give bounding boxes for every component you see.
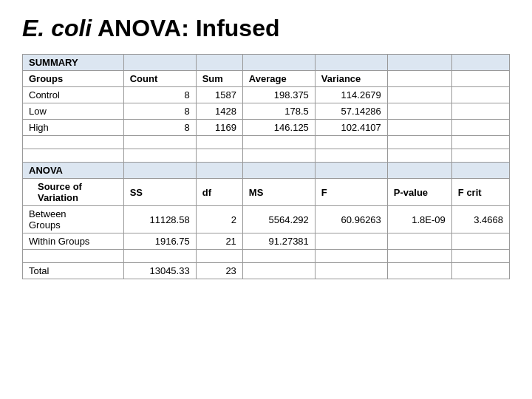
avg-control: 198.375 xyxy=(242,87,315,103)
ss-total: 13045.33 xyxy=(123,263,196,279)
anova-header-row: ANOVA xyxy=(23,163,510,179)
group-control: Control xyxy=(23,87,124,103)
empty-row-1 xyxy=(23,136,510,149)
group-high: High xyxy=(23,120,124,136)
avg-high: 146.125 xyxy=(242,120,315,136)
sum-control: 1587 xyxy=(196,87,242,103)
col-source: Source ofVariation xyxy=(23,179,124,206)
ms-between: 5564.292 xyxy=(242,206,315,233)
summary-row-low: Low 8 1428 178.5 57.14286 xyxy=(23,103,510,120)
df-within: 21 xyxy=(196,233,242,250)
col-groups: Groups xyxy=(23,71,124,87)
df-between: 2 xyxy=(196,206,242,233)
col-f: F xyxy=(315,179,387,206)
col-variance: Variance xyxy=(315,71,387,87)
anova-label: ANOVA xyxy=(23,163,124,179)
summary-row-control: Control 8 1587 198.375 114.2679 xyxy=(23,87,510,103)
anova-row-between: BetweenGroups 11128.58 2 5564.292 60.962… xyxy=(23,206,510,233)
col-fcrit: F crit xyxy=(451,179,509,206)
source-total: Total xyxy=(23,263,124,279)
anova-row-within: Within Groups 1916.75 21 91.27381 xyxy=(23,233,510,250)
group-low: Low xyxy=(23,103,124,120)
col-average: Average xyxy=(242,71,315,87)
ms-within: 91.27381 xyxy=(242,233,315,250)
var-control: 114.2679 xyxy=(315,87,387,103)
col-ms: MS xyxy=(242,179,315,206)
col-pvalue: P-value xyxy=(387,179,451,206)
col-ss: SS xyxy=(123,179,196,206)
ss-within: 1916.75 xyxy=(123,233,196,250)
var-high: 102.4107 xyxy=(315,120,387,136)
count-low: 8 xyxy=(123,103,196,120)
anova-table: SUMMARY Groups Count Sum Average Varianc… xyxy=(22,54,510,279)
summary-header-row: SUMMARY xyxy=(23,55,510,71)
col-sum: Sum xyxy=(196,71,242,87)
count-high: 8 xyxy=(123,120,196,136)
source-between: BetweenGroups xyxy=(23,206,124,233)
ss-between: 11128.58 xyxy=(123,206,196,233)
anova-col-header-row: Source ofVariation SS df MS F P-value F … xyxy=(23,179,510,206)
col-df: df xyxy=(196,179,242,206)
empty-row-3 xyxy=(23,250,510,263)
col-count: Count xyxy=(123,71,196,87)
sum-high: 1169 xyxy=(196,120,242,136)
summary-label: SUMMARY xyxy=(23,55,124,71)
var-low: 57.14286 xyxy=(315,103,387,120)
pvalue-between: 1.8E-09 xyxy=(387,206,451,233)
page-title: E. coli ANOVA: Infused xyxy=(22,15,510,42)
summary-row-high: High 8 1169 146.125 102.4107 xyxy=(23,120,510,136)
fcrit-between: 3.4668 xyxy=(451,206,509,233)
summary-col-header-row: Groups Count Sum Average Variance xyxy=(23,71,510,87)
anova-row-total: Total 13045.33 23 xyxy=(23,263,510,279)
sum-low: 1428 xyxy=(196,103,242,120)
count-control: 8 xyxy=(123,87,196,103)
df-total: 23 xyxy=(196,263,242,279)
f-between: 60.96263 xyxy=(315,206,387,233)
avg-low: 178.5 xyxy=(242,103,315,120)
empty-row-2 xyxy=(23,149,510,163)
source-within: Within Groups xyxy=(23,233,124,250)
